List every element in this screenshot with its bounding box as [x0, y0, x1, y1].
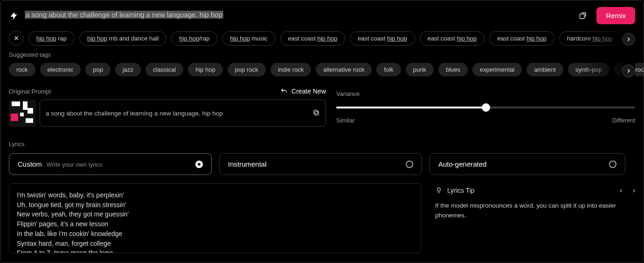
lyrics-section: Lyrics CustomWrite your own lyrics Instr… [0, 127, 644, 253]
suggested-tags-row: rock electronic pop jazz classical hip h… [0, 62, 644, 82]
styles-scroll-right[interactable] [622, 33, 635, 46]
prompt-wrap: a song about the challenge of learning a… [25, 11, 571, 21]
style-pill[interactable]: east coast hip hop [280, 31, 346, 46]
svg-rect-0 [580, 13, 585, 18]
tag-pill[interactable]: blues [438, 63, 468, 76]
top-bar: a song about the challenge of learning a… [0, 0, 644, 30]
style-pill[interactable]: hip hop/rap [171, 31, 217, 46]
original-prompt-label: Original Prompt [9, 88, 51, 95]
original-prompt-field[interactable]: a song about the challenge of learning a… [40, 100, 326, 127]
variance-panel: Variance Similar Different [336, 88, 635, 124]
tag-pill[interactable]: electronic [40, 63, 81, 76]
tag-pill[interactable]: rock [9, 63, 35, 76]
tag-pill[interactable]: synth-pop [568, 63, 609, 76]
tag-pill[interactable]: experimental [472, 63, 522, 76]
style-pill[interactable]: east coast hip hop [420, 31, 485, 46]
tag-pill[interactable]: pop [85, 63, 111, 76]
svg-rect-1 [315, 111, 319, 115]
tags-scroll-right[interactable] [622, 64, 635, 77]
tip-prev[interactable]: ‹ [620, 186, 622, 195]
tag-pill[interactable]: pop rock [228, 63, 266, 76]
lyrics-options: CustomWrite your own lyrics Instrumental… [9, 153, 635, 175]
clear-styles-button[interactable] [9, 31, 24, 46]
copy-button[interactable] [312, 109, 320, 118]
song-thumbnail[interactable] [9, 100, 36, 127]
radio-icon [609, 161, 616, 168]
lyrics-tip-panel: Lyrics Tip ‹ › If the model mispronounce… [435, 183, 635, 253]
variance-left-label: Similar [336, 117, 355, 124]
lightbulb-icon [435, 187, 443, 194]
tag-pill[interactable]: alternative rock [316, 63, 372, 76]
slider-handle[interactable] [482, 103, 490, 112]
tag-pill[interactable]: punk [406, 63, 434, 76]
tag-pill[interactable]: classical [145, 63, 183, 76]
style-pill[interactable]: hardcore hip hop [559, 31, 621, 46]
style-pill[interactable]: hip hop rnb and dance hall [79, 31, 166, 46]
create-new-button[interactable]: Create New [280, 88, 326, 95]
tag-pill[interactable]: folk [376, 63, 401, 76]
top-right: Remix [577, 7, 635, 24]
suggested-tags-label: Suggested tags [0, 51, 644, 62]
style-pill-row: hip hop rap hip hop rnb and dance hall h… [0, 30, 644, 51]
original-prompt-left: Original Prompt Create New a song about … [9, 88, 326, 127]
tip-title: Lyrics Tip [447, 187, 475, 194]
lyrics-option-instrumental[interactable]: Instrumental [219, 153, 422, 175]
variance-right-label: Different [612, 117, 635, 124]
radio-selected-icon [195, 161, 203, 168]
copy-icon [312, 109, 320, 116]
style-pill[interactable]: hip hop music [222, 31, 275, 46]
variance-slider[interactable] [336, 103, 635, 112]
tip-body: If the model mispronounces a word, you c… [435, 201, 635, 221]
original-prompt-box: a song about the challenge of learning a… [9, 100, 326, 127]
lyrics-body: Lyrics Tip ‹ › If the model mispronounce… [9, 183, 635, 253]
style-pill[interactable]: east coast hip hop [489, 31, 554, 46]
tag-pill[interactable]: ambient [526, 63, 563, 76]
tag-pill[interactable]: jazz [115, 63, 141, 76]
svg-point-3 [437, 188, 441, 191]
radio-icon [406, 161, 413, 168]
original-prompt-text: a song about the challenge of learning a… [46, 110, 223, 117]
expand-icon[interactable] [577, 10, 589, 22]
lyrics-label: Lyrics [9, 141, 635, 148]
undo-icon [280, 88, 288, 95]
original-prompt-row: Original Prompt Create New a song about … [0, 82, 644, 127]
tag-pill[interactable]: hip hop [188, 63, 223, 76]
lyrics-option-auto[interactable]: Auto-generated [429, 153, 625, 175]
svg-rect-2 [314, 110, 318, 114]
remix-button[interactable]: Remix [596, 7, 635, 24]
style-pill[interactable]: east coast hip hop [350, 31, 415, 46]
style-pill[interactable]: hip hop rap [28, 31, 75, 46]
tip-next[interactable]: › [633, 186, 635, 195]
bolt-icon [9, 11, 19, 21]
lyrics-option-custom[interactable]: CustomWrite your own lyrics [9, 153, 212, 175]
variance-label: Variance [336, 90, 635, 97]
tag-pill[interactable]: indie rock [270, 63, 312, 76]
lyrics-textarea[interactable] [9, 183, 421, 253]
